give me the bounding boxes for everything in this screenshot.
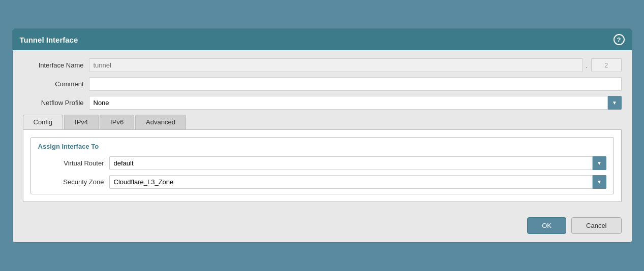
interface-name-label: Interface Name (23, 61, 89, 69)
netflow-profile-row: Netflow Profile None (23, 96, 622, 110)
tunnel-interface-dialog: Tunnel Interface ? Interface Name . Comm… (12, 28, 632, 243)
comment-field (89, 77, 622, 91)
netflow-profile-label: Netflow Profile (23, 99, 89, 107)
security-zone-field: Cloudflare_L3_Zone (109, 175, 606, 189)
ok-button[interactable]: OK (527, 217, 566, 234)
virtual-router-row: Virtual Router default (38, 156, 606, 170)
dialog-body: Interface Name . Comment Netflow Profile… (13, 50, 632, 212)
tabs-row: Config IPv4 IPv6 Advanced (23, 115, 622, 129)
dialog-footer: OK Cancel (13, 212, 632, 242)
netflow-profile-select-wrapper: None (89, 96, 622, 110)
interface-name-number-input[interactable] (591, 58, 622, 72)
virtual-router-select-wrapper: default (109, 156, 606, 170)
comment-label: Comment (23, 80, 89, 88)
security-zone-select-wrapper: Cloudflare_L3_Zone (109, 175, 606, 189)
assign-interface-section: Assign Interface To Virtual Router defau… (30, 137, 614, 194)
interface-name-input[interactable] (89, 58, 583, 72)
interface-name-dot: . (586, 61, 588, 70)
netflow-profile-select[interactable]: None (89, 96, 622, 110)
virtual-router-select[interactable]: default (109, 156, 606, 170)
tab-ipv4[interactable]: IPv4 (64, 115, 99, 129)
virtual-router-label: Virtual Router (38, 159, 109, 167)
dialog-title: Tunnel Interface (20, 36, 78, 44)
cancel-button[interactable]: Cancel (571, 217, 621, 234)
dialog-titlebar: Tunnel Interface ? (13, 29, 632, 50)
virtual-router-field: default (109, 156, 606, 170)
tab-config[interactable]: Config (23, 115, 64, 129)
assign-interface-title: Assign Interface To (38, 143, 606, 150)
security-zone-select[interactable]: Cloudflare_L3_Zone (109, 175, 606, 189)
security-zone-row: Security Zone Cloudflare_L3_Zone (38, 175, 606, 189)
tab-advanced[interactable]: Advanced (135, 115, 186, 129)
interface-name-field-group: . (89, 58, 622, 72)
help-icon[interactable]: ? (614, 34, 625, 45)
netflow-profile-field: None (89, 96, 622, 110)
security-zone-label: Security Zone (38, 178, 109, 186)
tab-content-config: Assign Interface To Virtual Router defau… (23, 129, 622, 202)
tab-ipv6[interactable]: IPv6 (100, 115, 134, 129)
interface-name-row: Interface Name . (23, 58, 622, 72)
comment-input[interactable] (89, 77, 622, 91)
comment-row: Comment (23, 77, 622, 91)
